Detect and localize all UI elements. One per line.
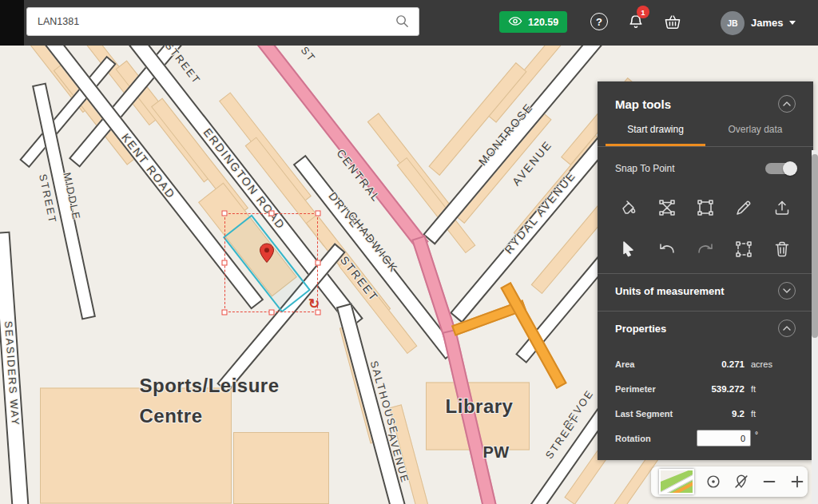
- search-icon[interactable]: [395, 14, 410, 32]
- property-value: 0.271: [689, 359, 745, 369]
- tool-row-1: [615, 187, 796, 228]
- app-window: KENT ROAD ERDINGTON ROAD CENTRAL DRIVE C…: [0, 0, 818, 504]
- zoom-out-button[interactable]: [760, 473, 778, 490]
- property-row-last-segment: Last Segment 9.2 ft: [615, 401, 796, 426]
- property-value: 9.2: [689, 409, 745, 419]
- fill-icon[interactable]: [615, 194, 642, 221]
- place-label-pw: PW: [482, 443, 509, 462]
- property-row-perimeter: Perimeter 539.272 ft: [615, 376, 796, 401]
- eye-icon: [508, 16, 522, 29]
- properties-collapse-button[interactable]: [778, 319, 796, 337]
- street-label-kent-road: KENT ROAD: [119, 131, 178, 201]
- selection-handle-s[interactable]: [269, 310, 275, 315]
- draw-rectangle-icon[interactable]: [692, 194, 719, 221]
- delete-icon[interactable]: [768, 236, 796, 263]
- property-unit: ft: [745, 384, 796, 394]
- property-value: 539.272: [689, 384, 745, 394]
- panel-tabs: Start drawing Overlay data: [598, 115, 813, 147]
- basket-icon: [664, 19, 681, 33]
- units-expand-button[interactable]: [778, 282, 796, 300]
- zoom-in-button[interactable]: [788, 473, 806, 490]
- hide-pins-icon[interactable]: [733, 473, 750, 490]
- basket-button[interactable]: [664, 14, 681, 34]
- nav-logo-block: [0, 0, 24, 46]
- location-pin-icon[interactable]: [259, 243, 275, 267]
- notification-count-badge: 1: [637, 6, 649, 18]
- map-tools-panel: Map tools Start drawing Overlay data Sna…: [598, 81, 813, 460]
- map-building: [40, 388, 232, 504]
- avatar-initials: JB: [727, 18, 737, 28]
- property-unit: acres: [745, 359, 796, 369]
- layer-switcher-thumbnail[interactable]: [659, 469, 694, 494]
- tool-row-2: [615, 228, 796, 270]
- tab-overlay-data[interactable]: Overlay data: [705, 115, 805, 146]
- credits-badge[interactable]: 120.59: [499, 11, 567, 33]
- username[interactable]: James: [751, 17, 783, 29]
- map-building: [233, 432, 329, 504]
- units-section-header: Units of measurement: [615, 285, 725, 297]
- rotate-handle-icon[interactable]: ↻: [308, 296, 320, 312]
- cursor-icon[interactable]: [615, 236, 642, 263]
- snap-to-point-toggle[interactable]: [765, 163, 796, 174]
- locate-icon[interactable]: [705, 473, 722, 490]
- place-label-centre: Centre: [139, 405, 202, 427]
- property-row-rotation: Rotation °: [615, 426, 796, 450]
- redo-icon[interactable]: [692, 236, 719, 263]
- property-label: Rotation: [615, 434, 651, 443]
- property-row-area: Area 0.271 acres: [615, 351, 796, 376]
- property-label: Area: [615, 359, 634, 369]
- search-field-wrap: [26, 7, 419, 36]
- app-header: 120.59 ? 1 JB James: [0, 0, 818, 46]
- help-icon[interactable]: ?: [590, 13, 608, 30]
- tab-start-drawing[interactable]: Start drawing: [606, 115, 705, 146]
- selection-handle-ne[interactable]: [316, 211, 321, 216]
- selection-handle-sw[interactable]: [222, 310, 228, 315]
- scrollbar-track[interactable]: [812, 150, 818, 504]
- transform-icon[interactable]: [730, 236, 757, 263]
- snap-to-point-label: Snap To Point: [615, 163, 675, 174]
- avatar[interactable]: JB: [721, 11, 745, 35]
- collapse-panel-button[interactable]: [778, 95, 796, 113]
- map-controls-bar: [651, 466, 808, 497]
- degree-symbol: °: [751, 426, 796, 439]
- map-road-orange: [500, 282, 566, 389]
- selection-handle-n[interactable]: [269, 211, 275, 216]
- street-label-fragment: ST: [299, 46, 319, 65]
- selection-handle-w[interactable]: [222, 260, 228, 266]
- chevron-down-icon[interactable]: [789, 21, 796, 25]
- notifications-button[interactable]: 1: [627, 13, 646, 34]
- toggle-knob: [783, 161, 797, 176]
- panel-title: Map tools: [615, 97, 671, 111]
- property-label: Last Segment: [615, 409, 673, 419]
- properties-section-header: Properties: [615, 323, 666, 335]
- rotation-input[interactable]: [697, 430, 751, 446]
- draw-pen-icon[interactable]: [730, 194, 757, 221]
- draw-polygon-icon[interactable]: [653, 194, 681, 221]
- property-unit: ft: [745, 409, 796, 419]
- place-label-library: Library: [446, 395, 514, 418]
- credits-value: 120.59: [528, 17, 558, 28]
- selection-handle-e[interactable]: [316, 260, 321, 266]
- undo-icon[interactable]: [653, 236, 681, 263]
- upload-icon[interactable]: [768, 194, 796, 221]
- scrollbar-thumb[interactable]: [812, 154, 818, 338]
- search-input[interactable]: [26, 7, 419, 36]
- property-label: Perimeter: [615, 384, 656, 394]
- place-label-sports-leisure: Sports/Leisure: [139, 375, 279, 397]
- selection-handle-nw[interactable]: [222, 211, 228, 216]
- bell-icon: [627, 21, 645, 34]
